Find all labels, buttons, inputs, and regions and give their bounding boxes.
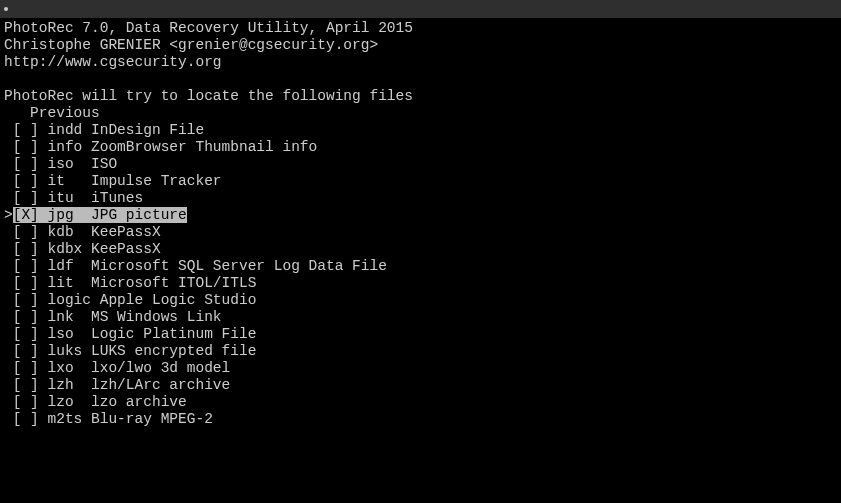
blank-line	[4, 71, 837, 88]
file-type-row[interactable]: [ ] lzh lzh/LArc archive	[4, 377, 837, 394]
file-type-row[interactable]: [ ] itu iTunes	[4, 190, 837, 207]
file-type-row[interactable]: [ ] ldf Microsoft SQL Server Log Data Fi…	[4, 258, 837, 275]
header-line2: Christophe GRENIER <grenier@cgsecurity.o…	[4, 37, 837, 54]
file-type-row[interactable]: [ ] lxo lxo/lwo 3d model	[4, 360, 837, 377]
terminal-output: PhotoRec 7.0, Data Recovery Utility, Apr…	[0, 18, 841, 430]
file-type-row[interactable]: [ ] luks LUKS encrypted file	[4, 343, 837, 360]
file-type-row[interactable]: [ ] iso ISO	[4, 156, 837, 173]
file-type-row[interactable]: >[X] jpg JPG picture	[4, 207, 837, 224]
file-type-row[interactable]: [ ] lit Microsoft ITOL/ITLS	[4, 275, 837, 292]
file-type-row[interactable]: [ ] it Impulse Tracker	[4, 173, 837, 190]
prompt-line: PhotoRec will try to locate the followin…	[4, 88, 837, 105]
file-type-row[interactable]: [ ] lso Logic Platinum File	[4, 326, 837, 343]
file-type-row[interactable]: [ ] info ZoomBrowser Thumbnail info	[4, 139, 837, 156]
file-type-row[interactable]: [ ] lnk MS Windows Link	[4, 309, 837, 326]
header-line1: PhotoRec 7.0, Data Recovery Utility, Apr…	[4, 20, 837, 37]
header-line3: http://www.cgsecurity.org	[4, 54, 837, 71]
file-type-row[interactable]: [ ] indd InDesign File	[4, 122, 837, 139]
file-type-row[interactable]: [ ] m2ts Blu-ray MPEG-2	[4, 411, 837, 428]
file-type-row[interactable]: [ ] logic Apple Logic Studio	[4, 292, 837, 309]
window-titlebar	[0, 0, 841, 18]
file-type-row[interactable]: [ ] lzo lzo archive	[4, 394, 837, 411]
file-type-row[interactable]: [ ] kdbx KeePassX	[4, 241, 837, 258]
selected-file-type: [X] jpg JPG picture	[13, 207, 187, 223]
cursor-icon: >	[4, 207, 13, 223]
titlebar-dot-icon	[4, 7, 8, 11]
previous-menu-item[interactable]: Previous	[4, 105, 837, 122]
file-type-row[interactable]: [ ] kdb KeePassX	[4, 224, 837, 241]
